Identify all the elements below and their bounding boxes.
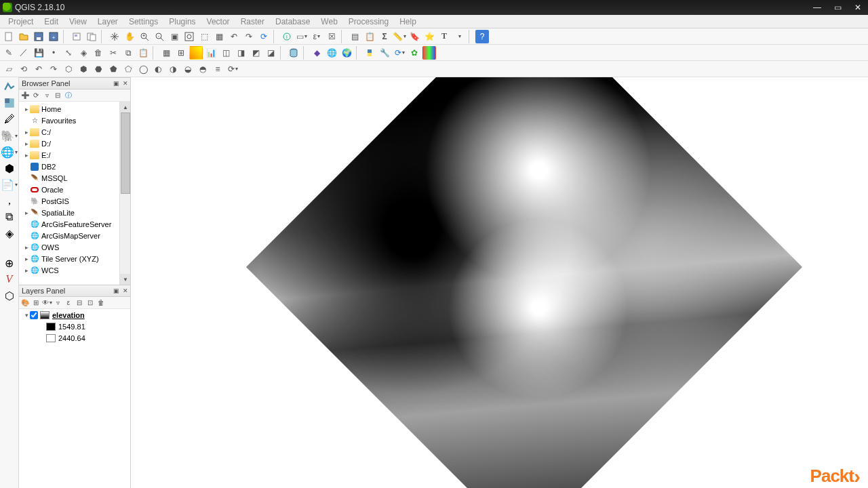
field-calc-icon[interactable]: 📋 bbox=[363, 30, 376, 43]
browser-item-d-[interactable]: ▸D:/ bbox=[19, 138, 130, 149]
maximize-button[interactable]: ▭ bbox=[827, 0, 848, 15]
processing-icon[interactable]: ⟳▾ bbox=[393, 46, 406, 60]
layers-filter-icon[interactable]: ▿ bbox=[53, 298, 62, 308]
help-icon[interactable]: ? bbox=[475, 30, 489, 43]
menu-help[interactable]: Help bbox=[394, 16, 422, 28]
browser-filter-icon[interactable]: ▿ bbox=[42, 91, 52, 100]
node-tool-icon[interactable]: ◈ bbox=[77, 46, 90, 60]
browser-item-e-[interactable]: ▸E:/ bbox=[19, 149, 130, 161]
browser-item-oracle[interactable]: Oracle bbox=[19, 184, 130, 195]
add-wms-icon[interactable]: 🌐▾ bbox=[3, 145, 16, 159]
zoom-native-icon[interactable]: ▣ bbox=[167, 30, 181, 43]
adv-1-icon[interactable]: ▱ bbox=[2, 62, 16, 76]
adv-10-icon[interactable]: ◯ bbox=[136, 62, 150, 76]
deselect-icon[interactable]: ☒ bbox=[325, 30, 338, 43]
paste-icon[interactable]: 📋 bbox=[136, 46, 150, 60]
text-annotation-icon[interactable]: T bbox=[437, 30, 451, 43]
raster-align-icon[interactable] bbox=[189, 46, 203, 60]
browser-scrollbar[interactable]: ▲ ▼ bbox=[119, 102, 130, 285]
adv-13-icon[interactable]: ◒ bbox=[181, 62, 195, 76]
zoom-in-icon[interactable]: + bbox=[138, 30, 151, 43]
plugin-c-icon[interactable]: 🌍 bbox=[340, 46, 353, 60]
zoom-layer-icon[interactable]: ▦ bbox=[212, 30, 226, 43]
zoom-next-icon[interactable]: ↷ bbox=[242, 30, 256, 43]
delete-selected-icon[interactable]: 🗑 bbox=[92, 46, 105, 60]
add-vector-icon[interactable] bbox=[3, 80, 16, 94]
attribute-table-icon[interactable]: ▤ bbox=[348, 30, 361, 43]
layers-style-icon[interactable]: 🎨 bbox=[20, 298, 30, 308]
print-composer-icon[interactable] bbox=[70, 30, 83, 43]
browser-undock-icon[interactable]: ▣ bbox=[111, 79, 121, 88]
zoom-last-icon[interactable]: ↶ bbox=[227, 30, 241, 43]
measure-icon[interactable]: 📏▾ bbox=[393, 30, 406, 43]
identify-icon[interactable]: i bbox=[280, 30, 294, 43]
zoom-out-icon[interactable]: - bbox=[153, 30, 166, 43]
open-project-icon[interactable] bbox=[17, 30, 31, 43]
color-scale-icon[interactable] bbox=[422, 46, 436, 60]
python-icon[interactable] bbox=[363, 46, 376, 60]
add-raster-icon[interactable] bbox=[3, 96, 16, 110]
menu-raster[interactable]: Raster bbox=[235, 16, 270, 28]
adv-redo-icon[interactable]: ↷ bbox=[47, 62, 60, 76]
add-delimited-icon[interactable]: ， bbox=[3, 194, 16, 207]
browser-props-icon[interactable]: ⓘ bbox=[64, 91, 73, 100]
osm-icon[interactable]: 🔧 bbox=[378, 46, 391, 60]
adv-9-icon[interactable]: ⬠ bbox=[121, 62, 135, 76]
refresh-icon[interactable]: ⟳ bbox=[257, 30, 271, 43]
add-wfs-icon[interactable]: ⬢ bbox=[3, 161, 16, 175]
add-spatialite-icon[interactable]: 🖉 bbox=[3, 113, 16, 126]
browser-close-icon[interactable]: ✕ bbox=[121, 79, 130, 88]
layers-expr-icon[interactable]: ε bbox=[64, 298, 73, 308]
adv-5-icon[interactable]: ⬡ bbox=[62, 62, 75, 76]
topology-icon[interactable]: ⬡ bbox=[3, 289, 16, 302]
save-edits-icon[interactable]: 💾 bbox=[32, 46, 45, 60]
raster-bright-icon[interactable]: ◪ bbox=[264, 46, 277, 60]
menu-database[interactable]: Database bbox=[270, 16, 315, 28]
layers-undock-icon[interactable]: ▣ bbox=[111, 286, 121, 296]
map-canvas[interactable]: Packt› bbox=[131, 77, 868, 488]
layers-remove-icon[interactable]: 🗑 bbox=[96, 298, 106, 308]
plugin-b-icon[interactable]: 🌐 bbox=[325, 46, 338, 60]
layers-tree[interactable]: ▾ elevation 1549.81 2440.64 bbox=[19, 309, 130, 488]
browser-item-db2[interactable]: DB2 bbox=[19, 161, 130, 172]
layers-close-icon[interactable]: ✕ bbox=[121, 286, 130, 296]
browser-item-favourites[interactable]: ☆Favourites bbox=[19, 115, 130, 126]
bookmark-icon[interactable]: 🔖 bbox=[408, 30, 421, 43]
adv-16-icon[interactable]: ⟳▾ bbox=[226, 62, 239, 76]
raster-calc-icon[interactable]: ▦ bbox=[159, 46, 173, 60]
raster-hist-icon[interactable]: 📊 bbox=[204, 46, 218, 60]
adv-15-icon[interactable]: ≡ bbox=[211, 62, 224, 76]
add-postgis-icon[interactable]: 🐘▾ bbox=[3, 129, 16, 142]
menu-edit[interactable]: Edit bbox=[39, 16, 64, 28]
zoom-selection-icon[interactable]: ⬚ bbox=[197, 30, 211, 43]
layer-expand-icon[interactable]: ▾ bbox=[23, 312, 30, 319]
browser-item-postgis[interactable]: 🐘PostGIS bbox=[19, 195, 130, 207]
browser-item-wcs[interactable]: ▸🌐WCS bbox=[19, 264, 130, 276]
minimize-button[interactable]: — bbox=[807, 0, 827, 15]
save-as-icon[interactable]: + bbox=[47, 30, 60, 43]
browser-panel-header[interactable]: Browser Panel ▣ ✕ bbox=[19, 77, 130, 89]
layer-visibility-checkbox[interactable] bbox=[30, 311, 38, 319]
annotation-dropdown-icon[interactable]: ▾ bbox=[452, 30, 466, 43]
select-expression-icon[interactable]: ε▾ bbox=[310, 30, 323, 43]
browser-tree[interactable]: ▸Home☆Favourites▸C:/▸D:/▸E:/DB2🪶MSSQLOra… bbox=[19, 102, 130, 285]
menu-project[interactable]: Project bbox=[3, 16, 39, 28]
raster-local-icon[interactable]: ◨ bbox=[234, 46, 248, 60]
menu-layer[interactable]: Layer bbox=[92, 16, 123, 28]
georef-icon[interactable]: ⊞ bbox=[174, 46, 188, 60]
adv-6-icon[interactable]: ⬢ bbox=[77, 62, 90, 76]
add-virtual-icon[interactable]: ⧉ bbox=[3, 210, 16, 224]
plugin-a-icon[interactable]: ◆ bbox=[310, 46, 323, 60]
bookmarks-icon[interactable]: ⭐ bbox=[422, 30, 436, 43]
cut-icon[interactable]: ✂ bbox=[106, 46, 120, 60]
edit-toggle-icon[interactable]: ✎ bbox=[2, 46, 16, 60]
raster-full-icon[interactable]: ◩ bbox=[249, 46, 262, 60]
gps-icon[interactable]: ⊕ bbox=[3, 256, 16, 270]
menu-processing[interactable]: Processing bbox=[343, 16, 394, 28]
layers-add-group-icon[interactable]: ⊞ bbox=[31, 298, 41, 308]
browser-item-mssql[interactable]: 🪶MSSQL bbox=[19, 172, 130, 184]
composer-manager-icon[interactable] bbox=[85, 30, 98, 43]
vf-icon[interactable]: V bbox=[3, 272, 16, 286]
browser-add-icon[interactable]: ➕ bbox=[20, 91, 30, 100]
layer-elevation[interactable]: ▾ elevation bbox=[19, 309, 130, 321]
